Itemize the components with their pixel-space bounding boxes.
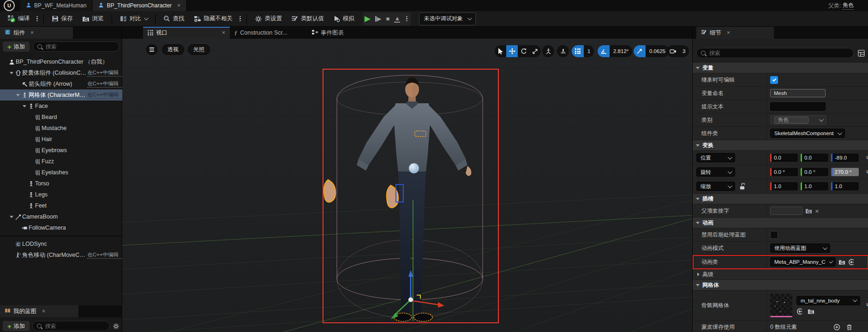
component-tree-item[interactable]: 胶囊体组件 (CollisionCylinder)在C++中编辑 [0, 67, 122, 78]
mesh-section-header[interactable]: 网格体 [693, 280, 868, 290]
animation-section-header[interactable]: 动画 [693, 218, 868, 228]
class-defaults-button[interactable]: 类默认值 [287, 13, 328, 25]
close-icon[interactable]: × [177, 2, 180, 9]
component-tree-item[interactable]: Feet [0, 200, 122, 211]
scale-y-input[interactable]: 1.0 [801, 182, 828, 190]
diff-button[interactable]: 对比 [116, 13, 151, 25]
anim-mode-dropdown[interactable]: 使用动画蓝图 [770, 243, 830, 253]
simulate-button[interactable]: 模拟 [329, 13, 358, 25]
close-icon[interactable]: × [727, 30, 730, 36]
details-tab[interactable]: 细节 × [696, 27, 774, 39]
construction-script-tab[interactable]: ƒ Construction Scr... [230, 27, 307, 39]
scale-x-input[interactable]: 1.0 [770, 182, 798, 190]
expander-icon[interactable] [8, 72, 14, 74]
component-tree-item[interactable]: Eyebrows [0, 145, 122, 156]
close-icon[interactable]: × [222, 30, 225, 36]
reset-to-default-icon[interactable]: ↺ [866, 301, 868, 308]
component-tree-item[interactable]: Hair [0, 134, 122, 145]
component-tree-item[interactable]: FollowCamera [0, 222, 122, 233]
lock-open-icon[interactable] [739, 183, 746, 190]
component-tree-item[interactable]: 网格体 (CharacterMesh0)在C++中编辑 [0, 89, 122, 101]
scale-snap-icon[interactable] [634, 45, 646, 57]
viewport-menu-button[interactable] [146, 44, 157, 55]
close-icon[interactable]: × [42, 308, 45, 314]
details-search[interactable] [696, 48, 854, 58]
expander-icon[interactable] [8, 216, 14, 218]
more-options-icon[interactable] [238, 16, 242, 22]
expander-icon[interactable] [15, 94, 21, 96]
transform-section-header[interactable]: 变换 [693, 140, 868, 151]
sockets-section-header[interactable]: 插槽 [693, 194, 868, 204]
socket-browse-icon[interactable] [805, 208, 812, 214]
editable-when-inherited-checkbox[interactable] [770, 76, 778, 84]
class-settings-button[interactable]: 类设置 [251, 13, 286, 25]
compile-button[interactable]: 编译 [4, 13, 33, 25]
hide-unrelated-button[interactable]: 隐藏不相关 [190, 13, 237, 25]
variable-section-header[interactable]: 变量 [693, 63, 868, 73]
move-tool-button[interactable] [506, 45, 518, 57]
save-button[interactable]: 保存 [48, 13, 77, 25]
find-button[interactable]: 查找 [160, 13, 188, 25]
component-tree-item[interactable]: Legs [0, 189, 122, 200]
play-options-icon[interactable] [405, 16, 409, 22]
add-array-element-icon[interactable] [833, 324, 840, 331]
use-selected-asset-icon[interactable] [796, 308, 803, 315]
anim-class-dropdown[interactable]: Meta_ABP_Manny_C [770, 257, 836, 267]
perspective-dropdown[interactable]: 透视 [162, 44, 184, 55]
viewport-tab[interactable]: 视口 × [143, 27, 230, 39]
components-search-input[interactable] [45, 43, 114, 50]
location-dropdown[interactable]: 位置 [696, 153, 735, 162]
event-graph-tab[interactable]: 事件图表 [307, 27, 371, 39]
variable-name-input[interactable]: Mesh [770, 89, 826, 97]
location-x-input[interactable]: 0.0 [770, 154, 798, 162]
close-icon[interactable]: × [30, 30, 34, 36]
component-tree-item[interactable]: CameraBoom [0, 211, 122, 222]
details-search-input[interactable] [708, 49, 849, 57]
add-blueprint-item-button[interactable]: + 添加 [3, 321, 30, 331]
eject-icon[interactable]: ▲ [394, 15, 400, 23]
display-settings-icon[interactable] [858, 50, 865, 57]
component-tree-item[interactable]: 角色移动 (CharMoveComp)在C++中编辑 [0, 249, 122, 261]
scale-snap-value[interactable]: 0.0625 [646, 45, 669, 57]
component-tree-item[interactable]: Torso [0, 178, 122, 189]
rotation-dropdown[interactable]: 旋转 [696, 167, 735, 177]
skeletal-mesh-dropdown[interactable]: m_tal_nrw_body [796, 296, 860, 305]
reset-to-default-icon[interactable]: ↺ [866, 168, 868, 175]
component-tree-item[interactable]: BP_ThirdPersonCharacter （自我） [0, 56, 122, 67]
add-component-button[interactable]: + 添加 [3, 42, 30, 52]
clear-socket-icon[interactable]: × [815, 207, 819, 215]
my-blueprint-tab[interactable]: 我的蓝图 × [0, 305, 78, 317]
rotation-y-input[interactable]: 0.0 ° [801, 168, 828, 176]
camera-icon[interactable] [667, 45, 679, 57]
doc-tab-bp-thirdpersoncharacter[interactable]: BP_ThirdPersonCharacter × [93, 0, 186, 11]
component-tree-item[interactable]: Beard [0, 112, 122, 123]
components-search[interactable] [33, 42, 119, 52]
frame-skip-icon[interactable]: ▶ [375, 16, 382, 22]
tooltip-input[interactable] [770, 102, 826, 111]
rotation-x-input[interactable]: 0.0 ° [770, 168, 798, 176]
select-tool-button[interactable] [495, 45, 506, 57]
disable-postprocess-checkbox[interactable] [770, 231, 778, 239]
edit-in-cpp-link[interactable]: 在C++中编辑 [87, 69, 122, 77]
advanced-section-header[interactable]: 高级 [693, 269, 868, 280]
browse-to-asset-icon[interactable] [808, 308, 814, 315]
unreal-logo[interactable]: U [4, 0, 15, 11]
debug-object-dropdown[interactable]: 未选中调试对象 [419, 12, 476, 25]
my-blueprint-settings-gear-icon[interactable] [113, 323, 120, 330]
my-blueprint-search[interactable] [32, 321, 110, 331]
browse-button[interactable]: 浏览 [78, 13, 108, 25]
stop-icon[interactable]: ■ [386, 16, 390, 22]
component-tree-item[interactable]: Fuzz [0, 156, 122, 167]
skeletal-mesh-thumbnail[interactable] [770, 294, 792, 317]
edit-in-cpp-link[interactable]: 在C++中编辑 [87, 251, 122, 259]
component-tree-item[interactable]: Face [0, 101, 122, 112]
parent-socket-input[interactable] [770, 207, 802, 215]
anim-class-browse-icon[interactable] [838, 259, 845, 266]
viewport-canvas[interactable] [122, 39, 692, 332]
use-selected-asset-icon[interactable] [848, 259, 855, 266]
location-y-input[interactable]: 0.0 [801, 154, 828, 162]
parent-class-link[interactable]: 角色 [843, 1, 854, 10]
coordinate-space-button[interactable] [542, 45, 554, 57]
edit-in-cpp-link[interactable]: 在C++中编辑 [87, 80, 122, 88]
rotate-tool-button[interactable] [518, 45, 529, 57]
